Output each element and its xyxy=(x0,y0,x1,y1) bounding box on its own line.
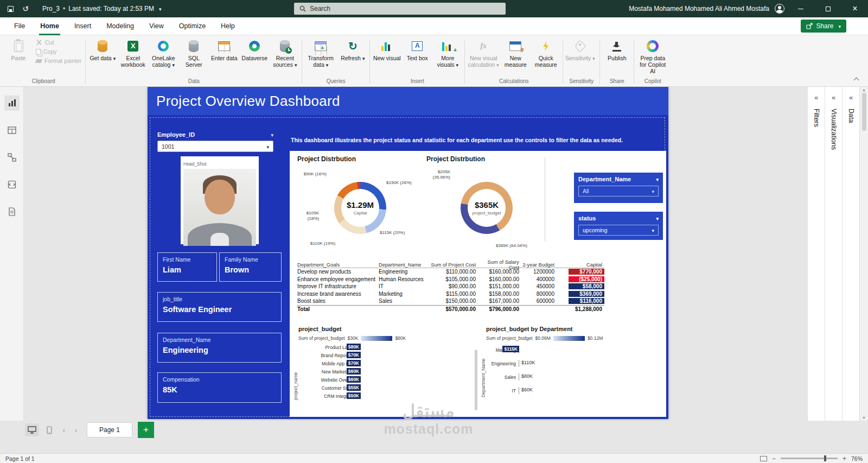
first-name-card[interactable]: First Name Liam xyxy=(157,252,217,282)
sensitivity-button[interactable]: Sensitivity xyxy=(565,36,595,62)
paste-button[interactable]: Paste xyxy=(3,36,34,62)
employee-id-dropdown[interactable]: 1001 xyxy=(157,141,273,152)
table-row[interactable]: Improve IT infrastructureIT $90,000.00$1… xyxy=(297,283,604,290)
employee-id-slicer-header[interactable]: Employee_ID xyxy=(157,131,273,138)
onelake-catalog-button[interactable]: OneLake catalog xyxy=(148,36,178,69)
job-title-card[interactable]: job_title Software Engineer xyxy=(157,292,282,322)
expand-pane-icon[interactable] xyxy=(814,92,818,102)
menu-insert[interactable]: Insert xyxy=(67,17,99,35)
bar-row[interactable]: Marketing$115K xyxy=(487,343,664,357)
department-slicer-dropdown[interactable]: All xyxy=(578,186,659,196)
add-page-button[interactable] xyxy=(138,422,154,438)
share-button[interactable]: Share xyxy=(801,20,846,33)
model-view-button[interactable] xyxy=(4,150,20,165)
text-box-button[interactable]: A Text box xyxy=(402,36,432,62)
table-view-button[interactable] xyxy=(4,123,20,138)
report-canvas[interactable]: Project Overview Dashboard Employee_ID 1… xyxy=(24,87,807,421)
page-tab[interactable]: Page 1 xyxy=(87,422,132,437)
refresh-button[interactable]: Refresh xyxy=(337,36,368,62)
department-card[interactable]: Department_Name Engineering xyxy=(157,333,282,363)
compensation-card[interactable]: Compensation 85K xyxy=(157,372,282,403)
department-slicer[interactable]: Department_Name All xyxy=(574,173,663,203)
menu-modeling[interactable]: Modeling xyxy=(99,17,142,35)
dax-query-view-button[interactable] xyxy=(4,177,20,192)
enter-data-button[interactable]: Enter data xyxy=(209,36,239,62)
fit-to-page-icon[interactable] xyxy=(760,456,767,461)
transform-data-button[interactable]: Transform data xyxy=(304,36,337,69)
report-page[interactable]: Project Overview Dashboard Employee_ID 1… xyxy=(148,87,668,419)
dataverse-button[interactable]: Dataverse xyxy=(239,36,270,62)
search-box[interactable]: Search xyxy=(294,3,506,15)
status-slicer-dropdown[interactable]: upcoming xyxy=(578,225,659,236)
visualizations-pane[interactable]: Visualizations xyxy=(825,87,842,421)
bar-row[interactable]: Customer Supp...$55K xyxy=(299,384,476,392)
bar-row[interactable]: Brand Repositio...$70K xyxy=(299,351,476,359)
scrollbar-thumb[interactable] xyxy=(862,93,866,131)
menu-help[interactable]: Help xyxy=(213,17,242,35)
bar-row[interactable]: CRM Integration$50K xyxy=(299,392,476,400)
bar-row[interactable]: IT$60K xyxy=(487,384,664,397)
zoom-slider-thumb[interactable] xyxy=(824,455,826,461)
mobile-layout-button[interactable] xyxy=(42,423,56,436)
menu-view[interactable]: View xyxy=(142,17,171,35)
get-data-button[interactable]: Get data xyxy=(87,36,118,62)
bar-row[interactable]: Sales$80K xyxy=(487,370,664,384)
project-budget-bar-chart[interactable]: project_budget Sum of project_budget $30… xyxy=(293,326,476,416)
minimize-button[interactable] xyxy=(790,0,812,17)
save-icon[interactable] xyxy=(5,4,15,14)
collapse-ribbon-icon[interactable] xyxy=(853,75,860,83)
menu-home[interactable]: Home xyxy=(33,17,67,35)
undo-icon[interactable] xyxy=(21,4,30,14)
vertical-scrollbar[interactable]: ▲ ▼ xyxy=(859,87,868,421)
new-visual-button[interactable]: New visual xyxy=(372,36,402,62)
quick-measure-button[interactable]: Quick measure xyxy=(531,36,561,69)
table-row[interactable]: Boost salesSales $150,000.00$167,000.00 … xyxy=(297,297,604,305)
publish-button[interactable]: Publish xyxy=(602,36,632,62)
table-row[interactable]: Enhance employee engagementHuman Resourc… xyxy=(297,276,604,283)
bar-row[interactable]: Engineering$110K xyxy=(487,357,664,370)
zoom-out-button[interactable] xyxy=(772,455,776,462)
excel-workbook-button[interactable]: X Excel workbook xyxy=(118,36,148,69)
web-layout-button[interactable] xyxy=(25,423,39,436)
scroll-up-icon[interactable]: ▲ xyxy=(862,88,866,92)
cut-button[interactable]: Cut xyxy=(34,39,84,46)
bar-row[interactable]: Product Launch$80K xyxy=(299,343,476,351)
format-painter-button[interactable]: Format painter xyxy=(34,57,84,65)
data-pane[interactable]: Data xyxy=(842,87,859,421)
headshot-visual[interactable]: Head_Shot xyxy=(181,156,259,244)
maximize-button[interactable] xyxy=(817,0,839,17)
menu-optimize[interactable]: Optimize xyxy=(171,17,213,35)
more-visuals-button[interactable]: More visuals xyxy=(432,36,463,69)
sql-server-button[interactable]: SQL Server xyxy=(178,36,209,69)
family-name-card[interactable]: Family Name Brown xyxy=(219,252,282,282)
new-visual-calculation-button[interactable]: fx New visual calculation xyxy=(467,36,500,69)
zoom-slider[interactable] xyxy=(781,458,838,459)
expand-pane-icon[interactable] xyxy=(849,92,853,102)
zoom-in-button[interactable] xyxy=(843,455,846,462)
table-row[interactable]: Increase brand awarenessMarketing $115,0… xyxy=(297,290,604,298)
capital-donut-chart[interactable]: $1.29M Captial xyxy=(334,182,386,234)
budget-donut-chart[interactable]: $365K project_budget xyxy=(461,182,513,234)
document-title-menu[interactable]: Pro_3 Last saved: Today at 2:53 PM xyxy=(42,5,162,12)
new-measure-button[interactable]: New measure xyxy=(500,36,531,69)
bar-row[interactable]: Website Overhaul$60K xyxy=(299,376,476,384)
table-row[interactable]: Develop new productsEngineering $110,000… xyxy=(297,268,604,276)
account-avatar[interactable] xyxy=(775,4,784,14)
prep-copilot-button[interactable]: Prep data for Copilot AI xyxy=(636,36,669,75)
status-slicer[interactable]: status upcoming xyxy=(574,212,663,240)
bar-row[interactable]: Mobile App Dev...$70K xyxy=(299,359,476,367)
scroll-down-icon[interactable]: ▼ xyxy=(862,416,866,420)
tmdl-view-button[interactable] xyxy=(4,204,20,219)
previous-page-arrow[interactable] xyxy=(60,426,68,434)
close-button[interactable] xyxy=(844,0,866,17)
copy-button[interactable]: Copy xyxy=(34,48,84,55)
department-table[interactable]: Department_Goals Department_Name Sum of … xyxy=(297,259,604,313)
next-page-arrow[interactable] xyxy=(72,426,80,434)
expand-pane-icon[interactable] xyxy=(832,92,835,102)
menu-file[interactable]: File xyxy=(7,17,33,35)
report-view-button[interactable] xyxy=(4,96,20,111)
bar-row[interactable]: New Marketing ...$60K xyxy=(299,367,476,376)
filters-pane[interactable]: Filters xyxy=(807,87,825,421)
department-budget-bar-chart[interactable]: project_budget by Department Sum of proj… xyxy=(481,326,664,416)
recent-sources-button[interactable]: Recent sources xyxy=(270,36,300,69)
